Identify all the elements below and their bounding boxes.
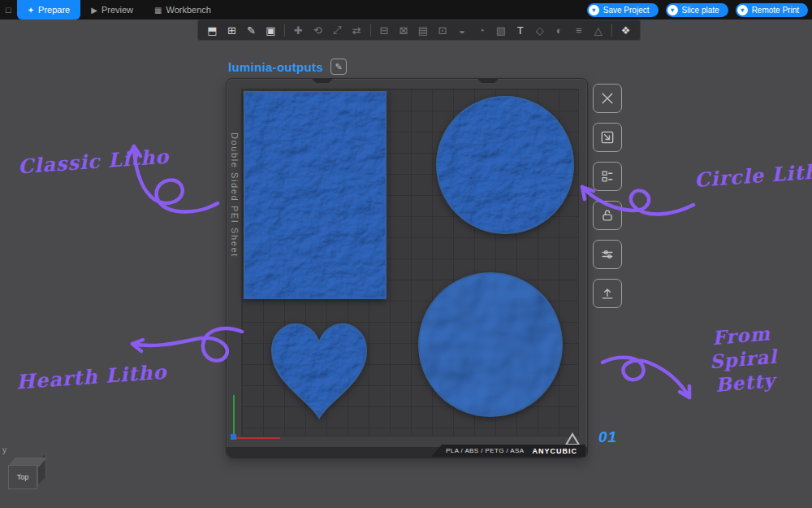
shape-icon[interactable]: ◇: [531, 22, 548, 38]
lift-object-button[interactable]: [593, 279, 622, 308]
classic-litho[interactable]: [244, 91, 387, 299]
lock-button[interactable]: [593, 201, 622, 230]
arrange-objects-icon: [599, 168, 615, 185]
arrange-icon[interactable]: ❖: [617, 22, 634, 38]
mirror-icon[interactable]: ⇄: [348, 22, 365, 38]
plate-title-row: luminia-outputs ✎: [228, 59, 347, 75]
arrange-objects-button[interactable]: [593, 162, 622, 191]
lay-flat-icon[interactable]: ⊟: [376, 22, 393, 38]
lock-icon: [599, 207, 615, 224]
preview-icon: ▶: [91, 6, 97, 15]
app-window-icon[interactable]: □: [6, 5, 11, 15]
tab-preview-label: Preview: [102, 5, 133, 15]
hearth-litho[interactable]: [264, 315, 374, 426]
y-axis-line: [233, 395, 235, 438]
add-model-icon[interactable]: ⬒: [204, 22, 221, 38]
delete-object-button[interactable]: [593, 84, 622, 113]
remote-print-button[interactable]: ▾ Remote Print: [736, 3, 808, 17]
plate-notch: [311, 78, 334, 83]
close-icon: [599, 90, 615, 106]
add-image-icon[interactable]: ▣: [262, 22, 279, 38]
viewcube-axis-label: y: [2, 445, 6, 454]
scale-icon[interactable]: ⤢: [329, 22, 346, 38]
chevron-down-icon: ▾: [667, 5, 678, 15]
viewcube[interactable]: Top: [8, 465, 37, 489]
measure-icon[interactable]: △: [590, 22, 607, 38]
text-tool-icon[interactable]: T: [512, 22, 529, 38]
add-plate-icon[interactable]: ⊞: [223, 22, 240, 38]
topbar-actions: ▾ Save Project ▾ Slice plate ▾ Remote Pr…: [587, 3, 812, 17]
lay-flat-button[interactable]: [593, 123, 622, 152]
axis-origin-dot: [231, 434, 236, 440]
plate-settings-tab[interactable]: PLA / ABS / PETG / ASA ANYCUBIC: [431, 445, 585, 457]
slice-plate-button[interactable]: ▾ Slice plate: [666, 3, 728, 17]
height-range-icon[interactable]: ≡: [570, 22, 587, 38]
layers-icon[interactable]: ▤: [415, 22, 432, 38]
save-project-button[interactable]: ▾ Save Project: [587, 3, 659, 17]
split-icon[interactable]: ⊠: [395, 22, 412, 38]
slicer-window: □ ✦ Prepare ▶ Preview ▦ Workbench ▾ Save…: [0, 0, 812, 508]
annotation-classic-litho: Classic Litho: [17, 145, 170, 179]
heart-arrowhead: [132, 340, 143, 351]
fuzzy-skin-icon[interactable]: ▧: [492, 22, 509, 38]
workbench-icon: ▦: [154, 6, 162, 15]
plate-number: 01: [598, 428, 617, 446]
circle-litho[interactable]: [435, 95, 575, 235]
viewcube-face-label: Top: [17, 473, 29, 481]
tab-prepare[interactable]: ✦ Prepare: [17, 0, 81, 20]
tab-workbench[interactable]: ▦ Workbench: [144, 0, 222, 20]
warning-triangle-inner: [568, 436, 577, 444]
annotation-hearth-litho: Hearth Litho: [15, 360, 167, 394]
rename-plate-button[interactable]: ✎: [330, 59, 347, 75]
toolbar-divider: [370, 24, 371, 37]
remote-print-label: Remote Print: [752, 6, 799, 15]
plate-title: luminia-outputs: [228, 60, 323, 74]
toolbar-divider: [611, 24, 612, 37]
color-icon[interactable]: ◐: [551, 22, 568, 38]
brand-label: ANYCUBIC: [532, 447, 577, 455]
top-bar: □ ✦ Prepare ▶ Preview ▦ Workbench ▾ Save…: [0, 0, 812, 20]
tab-workbench-label: Workbench: [166, 5, 210, 15]
seam-icon[interactable]: ◔: [473, 22, 490, 38]
toolbar-divider: [284, 24, 285, 37]
tab-prepare-label: Prepare: [38, 5, 70, 15]
plate-notch: [477, 78, 499, 83]
spiral-betty-litho[interactable]: [417, 271, 564, 418]
plate-side-label: Double Sided PEI Sheet: [230, 132, 240, 258]
clone-icon[interactable]: ⊡: [434, 22, 451, 38]
model-toolbar: ⬒ ⊞ ✎ ▣ ✚ ⟲ ⤢ ⇄ ⊟ ⊠ ▤ ⊡ ◒ ◔ ▧ T ◇ ◐ ≡ △ …: [197, 20, 641, 41]
material-label: PLA / ABS / PETG / ASA: [446, 447, 524, 454]
chevron-down-icon: ▾: [737, 5, 748, 15]
x-axis-line: [234, 437, 280, 439]
support-icon[interactable]: ◒: [453, 22, 470, 38]
annotation-spiral-betty: From Spiral Betty: [674, 319, 812, 400]
adjust-sliders-icon: [599, 246, 615, 263]
pencil-icon: ✎: [335, 62, 342, 72]
slice-plate-label: Slice plate: [682, 6, 719, 15]
move-icon[interactable]: ✚: [290, 22, 307, 38]
lay-flat-icon: [599, 129, 615, 145]
rotate-icon[interactable]: ⟲: [309, 22, 326, 38]
sketch-icon[interactable]: ✎: [243, 22, 260, 38]
annotation-circle-litho: Circle Litho: [693, 158, 812, 192]
tab-preview[interactable]: ▶ Preview: [80, 0, 144, 20]
lift-arrow-icon: [599, 285, 615, 302]
save-project-label: Save Project: [603, 6, 650, 15]
prepare-icon: ✦: [28, 6, 34, 15]
adjust-button[interactable]: [593, 240, 622, 269]
chevron-down-icon: ▾: [589, 5, 599, 15]
object-tool-column: [593, 84, 622, 308]
